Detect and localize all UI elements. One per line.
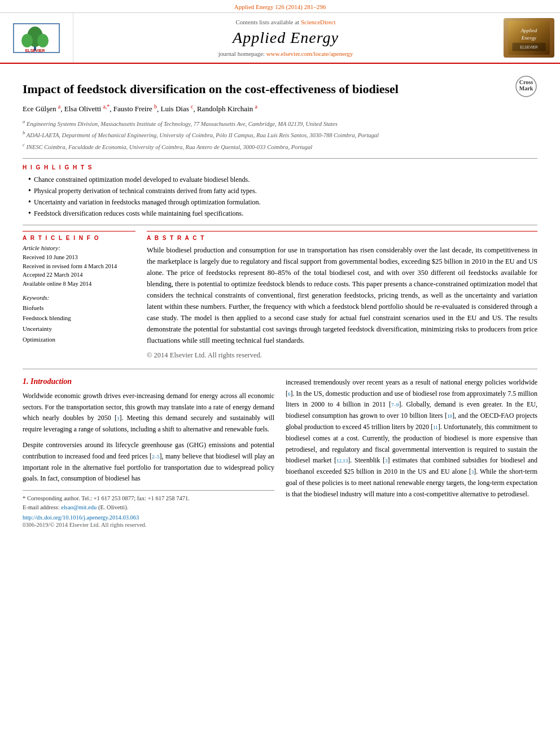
doi-line[interactable]: http://dx.doi.org/10.1016/j.apenergy.201… bbox=[23, 514, 274, 521]
body-col-right: increased tremendously over recent years… bbox=[286, 377, 537, 528]
history-label: Article history: bbox=[23, 244, 135, 251]
intro-para-right-1: increased tremendously over recent years… bbox=[286, 377, 537, 500]
title-row: Impact of feedstock diversification on t… bbox=[23, 73, 537, 103]
email-note: E-mail address: elsao@mit.edu (E. Olivet… bbox=[23, 503, 274, 512]
email-attribution: (E. Olivetti). bbox=[98, 504, 128, 510]
applied-energy-badge: Applied Energy ELSEVIER bbox=[504, 18, 554, 58]
article-title: Impact of feedstock diversification on t… bbox=[23, 81, 399, 98]
article-info-box: A R T I C L E I N F O Article history: R… bbox=[23, 231, 135, 345]
highlight-item-2: •Physical property derivation of technic… bbox=[28, 185, 537, 196]
author-2: Elsa Olivetti a,*, bbox=[64, 104, 113, 113]
highlight-item-1: •Chance constrained optimization model d… bbox=[28, 174, 537, 185]
abstract-col: A B S T R A C T While biodiesel producti… bbox=[147, 231, 537, 361]
highlights-list: •Chance constrained optimization model d… bbox=[28, 174, 537, 219]
keyword-4: Optimization bbox=[23, 334, 135, 345]
publisher-logo-area: ELSEVIER bbox=[0, 13, 73, 63]
divider-1 bbox=[23, 158, 537, 159]
highlight-item-3: •Uncertainty and variation in feedstocks… bbox=[28, 196, 537, 208]
sciencedirect-notice: Contents lists available at ScienceDirec… bbox=[235, 19, 335, 25]
keyword-3: Uncertainty bbox=[23, 324, 135, 334]
elsevier-logo: ELSEVIER bbox=[12, 23, 60, 54]
journal-badge-area: Applied Energy ELSEVIER bbox=[498, 13, 560, 63]
svg-text:ELSEVIER: ELSEVIER bbox=[25, 49, 45, 53]
crossmark-badge[interactable]: Cross Mark bbox=[515, 75, 537, 98]
divider-3 bbox=[23, 369, 537, 369]
abstract-copyright: © 2014 Elsevier Ltd. All rights reserved… bbox=[147, 350, 537, 361]
article-info-abstract-row: A R T I C L E I N F O Article history: R… bbox=[23, 231, 537, 361]
intro-para-2: Despite controversies around its lifecyc… bbox=[23, 440, 274, 484]
svg-point-2 bbox=[21, 34, 33, 47]
affiliations: a Engineering Systems Division, Massachu… bbox=[23, 118, 537, 151]
highlight-item-4: •Feedstock diversification reduces costs… bbox=[28, 208, 537, 219]
svg-text:ELSEVIER: ELSEVIER bbox=[520, 45, 538, 49]
history-online: Available online 8 May 2014 bbox=[23, 279, 135, 289]
email-label: E-mail address: bbox=[23, 504, 61, 510]
body-content: 1. Introduction Worldwide economic growt… bbox=[23, 377, 537, 528]
journal-name: Applied Energy bbox=[233, 29, 339, 47]
affiliation-c: c INESC Coimbra, Faculdade de Economia, … bbox=[23, 141, 537, 151]
keyword-1: Biofuels bbox=[23, 303, 135, 313]
svg-text:Energy: Energy bbox=[521, 35, 537, 41]
intro-para-1: Worldwide economic growth drives ever-in… bbox=[23, 391, 274, 435]
author-1: Ece Gülşen a, bbox=[23, 104, 64, 113]
homepage-link[interactable]: www.elsevier.com/locate/apenergy bbox=[266, 50, 353, 57]
journal-header: ELSEVIER Contents lists available at Sci… bbox=[0, 13, 560, 64]
keyword-2: Feedstock blending bbox=[23, 313, 135, 324]
history-accepted: Accepted 22 March 2014 bbox=[23, 270, 135, 279]
copyright-footer: 0306-2619/© 2014 Elsevier Ltd. All right… bbox=[23, 522, 274, 528]
journal-title-area: Contents lists available at ScienceDirec… bbox=[73, 13, 498, 63]
authors-line: Ece Gülşen a, Elsa Olivetti a,*, Fausto … bbox=[23, 103, 537, 113]
svg-text:Mark: Mark bbox=[519, 85, 533, 91]
svg-text:Cross: Cross bbox=[519, 79, 533, 85]
affiliation-b: b ADAI-LAETA, Department of Mechanical E… bbox=[23, 129, 537, 139]
sciencedirect-link[interactable]: ScienceDirect bbox=[301, 19, 336, 25]
journal-citation: Applied Energy 126 (2014) 281–296 bbox=[234, 3, 326, 10]
author-4: Luis Dias c, bbox=[161, 104, 197, 113]
abstract-label: A B S T R A C T bbox=[147, 235, 537, 241]
svg-point-3 bbox=[37, 34, 49, 47]
article-history: Article history: Received 10 June 2013 R… bbox=[23, 244, 135, 289]
abstract-section: A B S T R A C T While biodiesel producti… bbox=[147, 231, 537, 361]
affiliation-a: a Engineering Systems Division, Massachu… bbox=[23, 118, 537, 128]
keywords-list: Biofuels Feedstock blending Uncertainty … bbox=[23, 303, 135, 345]
history-revised: Received in revised form 4 March 2014 bbox=[23, 262, 135, 271]
journal-info-bar: Applied Energy 126 (2014) 281–296 bbox=[0, 0, 560, 13]
divider-2 bbox=[23, 225, 537, 225]
author-3: Fausto Freire b, bbox=[113, 104, 161, 113]
keywords-section: Keywords: Biofuels Feedstock blending Un… bbox=[23, 294, 135, 345]
body-col-left: 1. Introduction Worldwide economic growt… bbox=[23, 377, 274, 528]
article-info-col: A R T I C L E I N F O Article history: R… bbox=[23, 231, 135, 361]
journal-homepage: journal homepage: www.elsevier.com/locat… bbox=[218, 50, 353, 57]
email-link[interactable]: elsao@mit.edu bbox=[61, 504, 97, 510]
svg-text:Applied: Applied bbox=[520, 28, 537, 33]
abstract-text: While biodiesel production and consumpti… bbox=[147, 244, 537, 346]
corresponding-note: * Corresponding author. Tel.: +1 617 253… bbox=[23, 494, 274, 503]
footnotes: * Corresponding author. Tel.: +1 617 253… bbox=[23, 490, 274, 528]
highlights-label: H I G H L I G H T S bbox=[23, 164, 537, 171]
introduction-heading: 1. Introduction bbox=[23, 377, 274, 386]
main-content: Impact of feedstock diversification on t… bbox=[0, 64, 560, 537]
article-info-label: A R T I C L E I N F O bbox=[23, 235, 135, 241]
history-received: Received 10 June 2013 bbox=[23, 253, 135, 262]
author-5: Randolph Kirchain a bbox=[197, 104, 257, 113]
keywords-label: Keywords: bbox=[23, 294, 135, 301]
highlights-section: H I G H L I G H T S •Chance constrained … bbox=[23, 164, 537, 219]
